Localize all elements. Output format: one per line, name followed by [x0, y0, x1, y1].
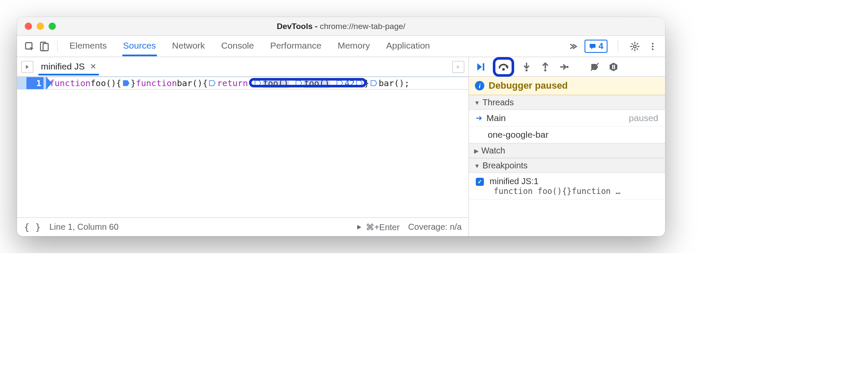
title-prefix: DevTools - [277, 22, 320, 31]
breakpoint-snippet: function foo(){}function … [476, 186, 658, 196]
pause-on-exceptions-button[interactable] [607, 61, 620, 73]
tab-memory[interactable]: Memory [337, 36, 371, 56]
tab-console[interactable]: Console [220, 36, 255, 56]
file-tab-label: minified JS [41, 61, 85, 72]
traffic-lights [17, 23, 56, 30]
window-close-button[interactable] [25, 23, 32, 30]
breakpoint-candidate-icon[interactable] [208, 79, 216, 87]
settings-icon[interactable] [628, 40, 641, 53]
kebab-menu-icon[interactable] [646, 40, 659, 53]
debugger-pane: i Debugger paused ▼ Threads ➔ Main pause… [469, 57, 665, 236]
svg-point-3 [634, 45, 636, 47]
thread-name: one-google-bar [488, 130, 548, 140]
svg-point-5 [652, 45, 654, 47]
execution-marker-icon [46, 77, 52, 90]
info-icon: i [475, 81, 484, 90]
inspect-element-icon[interactable] [23, 40, 36, 53]
step-button[interactable] [558, 61, 570, 73]
section-breakpoints[interactable]: ▼ Breakpoints [469, 158, 665, 173]
more-files-button[interactable] [452, 61, 464, 73]
section-threads[interactable]: ▼ Threads [469, 95, 665, 110]
tab-application[interactable]: Application [385, 36, 431, 56]
breakpoint-candidate-icon[interactable] [370, 79, 378, 87]
title-url: chrome://new-tab-page/ [320, 22, 405, 31]
pretty-print-icon[interactable]: { } [24, 222, 41, 232]
svg-point-6 [652, 48, 654, 50]
debugger-toolbar [469, 57, 665, 77]
current-thread-arrow-icon: ➔ [476, 113, 482, 123]
panel-tabs: Elements Sources Network Console Perform… [69, 36, 431, 56]
more-tabs-icon[interactable] [567, 40, 579, 53]
message-icon [589, 43, 596, 50]
thread-status: paused [629, 113, 658, 123]
svg-rect-7 [483, 63, 484, 70]
window-minimize-button[interactable] [37, 23, 44, 30]
svg-point-8 [502, 68, 505, 70]
debugger-paused-banner: i Debugger paused [469, 77, 665, 95]
tab-elements[interactable]: Elements [69, 36, 108, 56]
highlight-annotation [493, 57, 514, 77]
show-navigator-button[interactable] [21, 61, 33, 73]
thread-row[interactable]: ➔ Main paused [469, 110, 665, 127]
tab-network[interactable]: Network [171, 36, 206, 56]
triangle-down-icon: ▼ [474, 162, 480, 169]
triangle-right-icon: ▶ [474, 147, 479, 154]
messages-count: 4 [599, 41, 603, 51]
sources-editor-pane: minified JS ✕ 1 function foo(){ [17, 57, 469, 236]
checkbox-checked-icon[interactable]: ✓ [476, 178, 484, 186]
svg-point-9 [526, 69, 528, 71]
breakpoint-candidate-icon[interactable] [295, 79, 303, 87]
section-watch[interactable]: ▶ Watch [469, 143, 665, 158]
breakpoint-marker-icon[interactable] [122, 79, 130, 87]
console-messages-badge[interactable]: 4 [584, 40, 608, 53]
breakpoint-candidate-icon[interactable] [254, 79, 262, 87]
svg-rect-14 [612, 65, 613, 69]
devtools-window: DevTools - chrome://new-tab-page/ Elemen… [17, 17, 665, 236]
close-icon[interactable]: ✕ [90, 62, 96, 71]
svg-rect-15 [614, 65, 615, 69]
run-snippet-hint: ⌘+Enter [356, 222, 399, 232]
play-icon [356, 224, 362, 231]
file-tab[interactable]: minified JS ✕ [38, 58, 99, 75]
tab-sources[interactable]: Sources [122, 36, 157, 56]
line-gutter[interactable]: 1 [17, 77, 48, 89]
window-title: DevTools - chrome://new-tab-page/ [17, 22, 665, 31]
coverage-status: Coverage: n/a [408, 222, 462, 232]
window-zoom-button[interactable] [49, 23, 56, 30]
tab-performance[interactable]: Performance [269, 36, 322, 56]
step-out-button[interactable] [539, 61, 552, 73]
deactivate-breakpoints-button[interactable] [588, 61, 601, 73]
main-toolbar: Elements Sources Network Console Perform… [17, 36, 665, 57]
breakpoint-candidate-icon[interactable] [356, 79, 363, 87]
breakpoint-row[interactable]: ✓ minified JS:1 function foo(){}function… [469, 173, 665, 199]
code-editor[interactable]: 1 function foo(){ } function bar(){ retu… [17, 77, 469, 217]
cursor-position: Line 1, Column 60 [49, 222, 119, 232]
breakpoint-title: minified JS:1 [490, 176, 539, 186]
line-number: 1 [26, 77, 43, 89]
thread-name: Main [486, 113, 506, 123]
step-into-button[interactable] [520, 61, 533, 73]
resume-button[interactable] [474, 61, 487, 73]
breakpoint-candidate-icon[interactable] [336, 79, 344, 87]
svg-point-10 [544, 69, 547, 71]
svg-rect-2 [43, 43, 48, 51]
svg-point-4 [652, 43, 654, 44]
device-toolbar-icon[interactable] [38, 40, 50, 53]
file-tab-strip: minified JS ✕ [17, 57, 469, 77]
triangle-down-icon: ▼ [474, 99, 480, 106]
thread-row[interactable]: one-google-bar [469, 127, 665, 143]
step-over-button[interactable] [497, 61, 510, 73]
editor-statusbar: { } Line 1, Column 60 ⌘+Enter Coverage: … [17, 217, 469, 236]
svg-point-11 [567, 66, 569, 68]
titlebar: DevTools - chrome://new-tab-page/ [17, 17, 665, 36]
code-line-1[interactable]: function foo(){ } function bar(){ return… [48, 78, 409, 88]
paused-label: Debugger paused [489, 80, 568, 91]
panel-body: minified JS ✕ 1 function foo(){ [17, 57, 665, 236]
